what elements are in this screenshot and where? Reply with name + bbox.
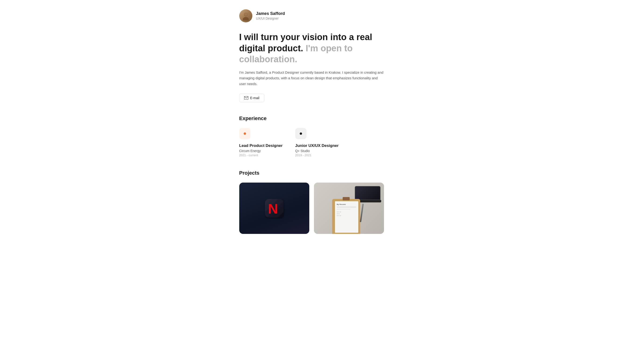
profile-name: James Safford (256, 11, 285, 16)
svg-point-2 (244, 13, 247, 16)
hero-heading: I will turn your vision into a real digi… (239, 32, 384, 65)
netflix-icon: N (264, 198, 285, 219)
page-container: James Safford UX/UI Designer I will turn… (230, 0, 393, 253)
experience-role-0: Lead Product Designer (239, 143, 286, 148)
email-button-label: E-mail (250, 96, 260, 100)
experience-card-0: Lead Product Designer Circum Energy 2021… (239, 128, 286, 157)
avatar-image (239, 9, 252, 22)
svg-point-1 (243, 17, 249, 20)
experience-section-title: Experience (239, 115, 384, 121)
projects-section: Projects (239, 170, 384, 234)
circum-energy-logo-dot (244, 132, 246, 135)
qplus-studio-logo-dot (300, 132, 302, 135)
profile-info: James Safford UX/UI Designer (256, 11, 285, 21)
hero-section: I will turn your vision into a real digi… (239, 32, 384, 102)
experience-section: Experience Lead Product Designer Circum … (239, 115, 384, 157)
experience-card-1: Junior UX/UX Designer Q+ Studio 2019 - 2… (295, 128, 342, 157)
email-icon (244, 96, 248, 100)
experience-company-1: Q+ Studio (295, 149, 342, 153)
project-card-netflix[interactable]: N (239, 182, 309, 234)
resume-paper: My Resume (335, 201, 358, 233)
projects-grid: N (239, 182, 384, 234)
experience-period-0: 2021 - current (239, 153, 286, 157)
experience-period-1: 2019 - 2021 (295, 153, 342, 157)
experience-logo-1 (295, 128, 307, 139)
projects-section-title: Projects (239, 170, 384, 176)
experience-company-0: Circum Energy (239, 149, 286, 153)
svg-text:N: N (268, 201, 278, 217)
hero-description: I'm James Safford, a Product Designer cu… (239, 70, 384, 87)
experience-logo-0 (239, 128, 250, 139)
email-button[interactable]: E-mail (239, 94, 265, 102)
experience-role-1: Junior UX/UX Designer (295, 143, 342, 148)
resume-mock-image: My Resume (314, 182, 384, 234)
experience-grid: Lead Product Designer Circum Energy 2021… (239, 128, 384, 157)
profile-header: James Safford UX/UI Designer (239, 9, 384, 22)
profile-subtitle: UX/UI Designer (256, 16, 285, 21)
project-card-resume[interactable]: My Resume (314, 182, 384, 234)
avatar (239, 9, 252, 22)
